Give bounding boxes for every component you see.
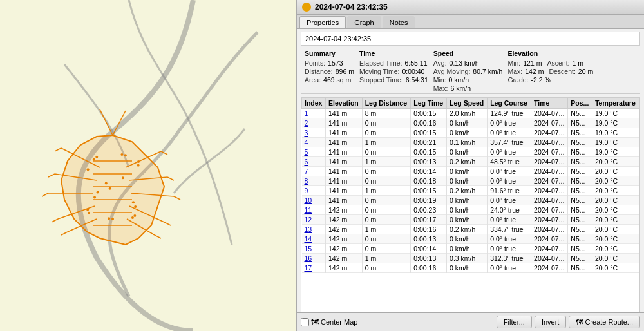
create-route-label: Create Route...	[585, 318, 633, 326]
col-temperature: Temperature	[592, 98, 639, 109]
center-map-checkbox[interactable]	[301, 318, 309, 326]
table-row[interactable]: 2141 m0 m0:00:160 km/h0.0° true2024-07..…	[302, 118, 639, 128]
center-map-icon: 🗺	[311, 317, 319, 326]
footer: 🗺 Center Map Filter... Invert 🗺 Create R…	[297, 312, 644, 331]
table-row[interactable]: 15142 m0 m0:00:140 km/h0.0° true2024-07.…	[302, 244, 639, 254]
elevation-header: Elevation	[507, 50, 593, 57]
table-row[interactable]: 5141 m0 m0:00:150 km/h0.0° true2024-07..…	[302, 147, 639, 157]
data-table-container[interactable]: Index Elevation Leg Distance Leg Time Le…	[301, 97, 640, 312]
table-row[interactable]: 8141 m0 m0:00:180 km/h0.0° true2024-07..…	[302, 176, 639, 186]
col-pos: Pos...	[568, 98, 592, 109]
footer-buttons: Filter... Invert 🗺 Create Route...	[497, 316, 640, 328]
title-bar: 2024-07-04 23:42:35	[297, 0, 644, 15]
tab-graph[interactable]: Graph	[347, 16, 381, 28]
table-row[interactable]: 3141 m0 m0:00:150 km/h0.0° true2024-07..…	[302, 128, 639, 138]
summary-col-speed: Speed Avg: 0.13 km/h Avg Moving: 80.7 km…	[433, 50, 503, 92]
summary-row-area: Area: 469 sq m	[305, 76, 354, 84]
col-leg-time: Leg Time	[411, 98, 447, 109]
title-text: 2024-07-04 23:42:35	[315, 3, 388, 12]
summary-section: Summary Points: 1573 Distance: 896 m Are…	[301, 48, 640, 94]
summary-col-time: Time Elapsed Time: 6:55:11 Moving Time: …	[359, 50, 428, 92]
summary-col-elevation: Elevation Min: 121 m Ascent: 1 m Max: 14…	[507, 50, 593, 92]
data-table: Index Elevation Leg Distance Leg Time Le…	[301, 97, 639, 273]
table-body: 1141 m8 m0:00:152.0 km/h124.9° true2024-…	[302, 109, 639, 273]
invert-button[interactable]: Invert	[535, 316, 567, 328]
tab-notes[interactable]: Notes	[383, 16, 415, 28]
col-leg-speed: Leg Speed	[447, 98, 488, 109]
col-leg-distance: Leg Distance	[362, 98, 411, 109]
title-icon	[302, 3, 311, 12]
table-header: Index Elevation Leg Distance Leg Time Le…	[302, 98, 639, 109]
table-row[interactable]: 13142 m1 m0:00:160.2 km/h334.7° true2024…	[302, 225, 639, 234]
properties-panel: 2024-07-04 23:42:35 Properties Graph Not…	[296, 0, 644, 331]
filter-button[interactable]: Filter...	[497, 316, 532, 328]
table-row[interactable]: 17142 m0 m0:00:160 km/h0.0° true2024-07.…	[302, 263, 639, 273]
col-elevation: Elevation	[326, 98, 363, 109]
table-row[interactable]: 16142 m1 m0:00:130.3 km/h312.3° true2024…	[302, 254, 639, 263]
col-time: Time	[531, 98, 568, 109]
table-row[interactable]: 6141 m1 m0:00:130.2 km/h48.5° true2024-0…	[302, 157, 639, 167]
map-canvas	[0, 0, 296, 331]
table-row[interactable]: 11142 m0 m0:00:230 km/h24.0° true2024-07…	[302, 205, 639, 215]
table-row[interactable]: 1141 m8 m0:00:152.0 km/h124.9° true2024-…	[302, 109, 639, 118]
date-header: 2024-07-04 23:42:35	[301, 32, 640, 46]
footer-left: 🗺 Center Map	[301, 317, 493, 326]
table-row[interactable]: 4141 m1 m0:00:210.1 km/h357.4° true2024-…	[302, 138, 639, 147]
table-row[interactable]: 7141 m0 m0:00:140 km/h0.0° true2024-07..…	[302, 167, 639, 176]
map-panel[interactable]	[0, 0, 296, 331]
col-leg-course: Leg Course	[488, 98, 531, 109]
create-route-button[interactable]: 🗺 Create Route...	[569, 316, 640, 328]
summary-header: Summary	[305, 50, 354, 57]
table-row[interactable]: 9141 m1 m0:00:150.2 km/h91.6° true2024-0…	[302, 186, 639, 196]
center-map-label: Center Map	[321, 318, 357, 326]
col-index: Index	[302, 98, 326, 109]
summary-col-summary: Summary Points: 1573 Distance: 896 m Are…	[305, 50, 354, 92]
create-route-icon: 🗺	[576, 318, 583, 326]
tab-properties[interactable]: Properties	[299, 16, 346, 28]
table-row[interactable]: 14142 m0 m0:00:130 km/h0.0° true2024-07.…	[302, 234, 639, 244]
summary-row-distance: Distance: 896 m	[305, 68, 354, 75]
summary-row-points: Points: 1573	[305, 59, 354, 67]
table-row[interactable]: 12142 m0 m0:00:170 km/h0.0° true2024-07.…	[302, 215, 639, 225]
table-row[interactable]: 10141 m0 m0:00:190 km/h0.0° true2024-07.…	[302, 196, 639, 205]
tabs-container: Properties Graph Notes	[297, 15, 644, 29]
speed-header: Speed	[433, 50, 503, 57]
time-header: Time	[359, 50, 428, 57]
center-map-wrap[interactable]: 🗺 Center Map	[301, 317, 357, 326]
